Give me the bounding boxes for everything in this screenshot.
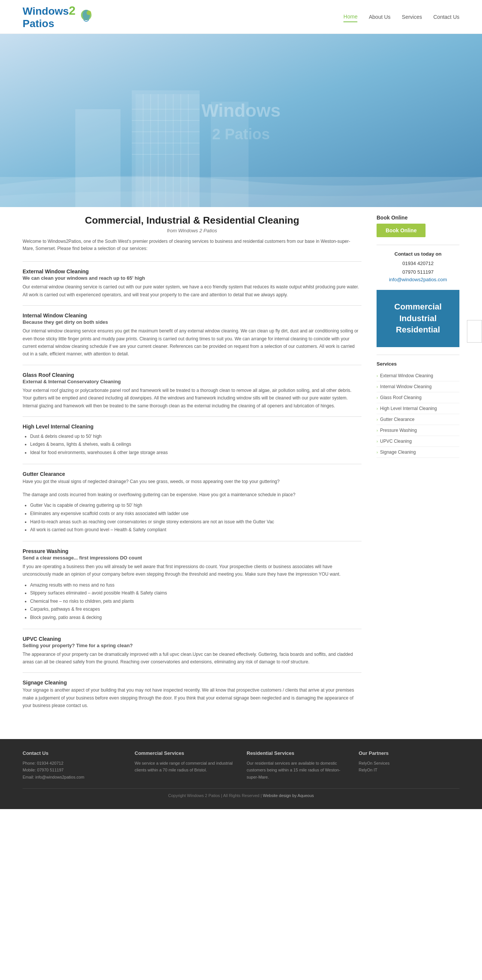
- logo-text: Windows2 Patios: [22, 4, 75, 30]
- sidebar-service-label: Signage Cleaning: [380, 450, 416, 455]
- list-item: Dust & debris cleared up to 50' high: [30, 433, 361, 441]
- footer-col-contact: Contact Us Phone: 01934 420712 Mobile: 0…: [22, 750, 124, 781]
- svg-rect-7: [135, 94, 200, 207]
- page-subtitle: from Windows 2 Patios: [22, 228, 361, 234]
- footer-col-commercial: Commercial Services We service a wide ra…: [135, 750, 236, 781]
- service-text-signage: Your signage is another aspect of your b…: [22, 686, 361, 709]
- cir-box: Commercial Industrial Residential: [377, 290, 460, 347]
- footer-copyright: Copyright Windows 2 Patios | All Rights …: [168, 793, 261, 798]
- services-sidebar-title: Services: [377, 361, 460, 367]
- nav-about[interactable]: About Us: [369, 12, 390, 22]
- contact-email[interactable]: info@windows2patios.com: [377, 277, 460, 282]
- service-text-external: Our external window cleaning service is …: [22, 283, 361, 299]
- service-list-gutter: Gutter Vac is capable of clearing gutter…: [30, 501, 361, 534]
- footer-col-title-residential: Residential Services: [247, 750, 348, 756]
- service-title-pressure: Pressure Washing: [22, 548, 361, 554]
- sidebar-service-internal[interactable]: › Internal Window Cleaning: [377, 381, 460, 392]
- cir-line2: Industrial: [384, 313, 452, 325]
- service-high-level: High Level Internal Cleaning Dust & debr…: [22, 417, 361, 464]
- sidebar-service-high[interactable]: › High Level Internal Cleaning: [377, 403, 460, 414]
- service-title-external: External Window Cleaning: [22, 269, 361, 274]
- chevron-icon: ›: [377, 417, 378, 422]
- service-title-signage: Signage Cleaning: [22, 679, 361, 686]
- service-text-gutter1: Have you got the visual signs of neglect…: [22, 478, 361, 485]
- sidebar: Book Online Book Online Contact us today…: [377, 215, 460, 716]
- hero-banner: Windows 2 Patios: [0, 34, 482, 207]
- main-container: Commercial, Industrial & Residential Cle…: [0, 200, 482, 732]
- list-item: Ideal for food environments, warehouses …: [30, 449, 361, 457]
- footer-col-residential: Residential Services Our residential ser…: [247, 750, 348, 781]
- service-subtitle-external: We can clean your windows and reach up t…: [22, 275, 361, 281]
- footer-col-title-commercial: Commercial Services: [135, 750, 236, 756]
- page-title: Commercial, Industrial & Residential Cle…: [22, 215, 361, 226]
- service-signage: Signage Cleaning Your signage is another…: [22, 672, 361, 716]
- footer-phone-num: 01934 420712: [37, 761, 63, 765]
- footer-mobile-num: 07970 511197: [37, 768, 64, 772]
- service-text-glass: Your external roof glazing or polycarbon…: [22, 387, 361, 410]
- service-text-pressure: If you are operating a business then you…: [22, 563, 361, 578]
- logo-icon: [77, 8, 95, 26]
- footer-designer-link[interactable]: Website design by Aqueous: [263, 793, 314, 798]
- svg-text:Windows: Windows: [202, 100, 280, 121]
- logo: Windows2 Patios: [22, 4, 95, 30]
- nav-home[interactable]: Home: [344, 12, 357, 22]
- sidebar-service-label: External Window Cleaning: [380, 373, 433, 379]
- list-item: All work is carried out from ground leve…: [30, 526, 361, 534]
- footer-email-link[interactable]: info@windows2patios.com: [35, 775, 84, 780]
- service-title-upvc: UPVC Cleaning: [22, 636, 361, 642]
- sidebar-service-signage[interactable]: › Signage Cleaning: [377, 447, 460, 458]
- service-list-pressure: Amazing results with no mess and no fuss…: [30, 581, 361, 622]
- logo-pat: Patios: [22, 18, 54, 29]
- sidebar-service-pressure[interactable]: › Pressure Washing: [377, 425, 460, 436]
- footer-grid: Contact Us Phone: 01934 420712 Mobile: 0…: [22, 750, 460, 781]
- scroll-indicator[interactable]: [467, 320, 482, 343]
- header: Windows2 Patios Home About Us Services C…: [0, 0, 482, 34]
- sidebar-service-label: Pressure Washing: [380, 428, 417, 433]
- footer-col-title-contact: Contact Us: [22, 750, 124, 756]
- sidebar-service-label: Glass Roof Cleaning: [380, 395, 422, 400]
- contact-phone2: 07970 511197: [377, 268, 460, 276]
- logo-two: 2: [69, 4, 76, 18]
- sidebar-service-glass[interactable]: › Glass Roof Cleaning: [377, 392, 460, 403]
- svg-text:2 Patios: 2 Patios: [212, 126, 270, 142]
- sidebar-divider-2: [377, 355, 460, 355]
- service-title-glass: Glass Roof Cleaning: [22, 372, 361, 378]
- chevron-icon: ›: [377, 396, 378, 400]
- sidebar-service-external[interactable]: › External Window Cleaning: [377, 371, 460, 381]
- footer-partner2: RelyOn IT: [359, 767, 460, 774]
- sidebar-service-gutter[interactable]: › Gutter Clearance: [377, 414, 460, 425]
- content-area: Commercial, Industrial & Residential Cle…: [22, 215, 361, 716]
- hero-image: Windows 2 Patios: [0, 34, 482, 207]
- service-list-high: Dust & debris cleared up to 50' high Led…: [30, 433, 361, 457]
- footer-partner1: RelyOn Services: [359, 760, 460, 767]
- service-title-internal: Internal Window Cleaning: [22, 312, 361, 318]
- service-title-high: High Level Internal Cleaning: [22, 423, 361, 430]
- sidebar-divider-1: [377, 245, 460, 245]
- list-item: Ledges & beams, lights & shelves, walls …: [30, 441, 361, 449]
- service-external-window: External Window Cleaning We can clean yo…: [22, 261, 361, 305]
- sidebar-service-upvc[interactable]: › UPVC Cleaning: [377, 436, 460, 447]
- service-subtitle-pressure: Send a clear message... first impression…: [22, 555, 361, 561]
- book-online-button[interactable]: Book Online: [377, 224, 426, 237]
- svg-rect-4: [75, 109, 121, 207]
- sidebar-service-label: High Level Internal Cleaning: [380, 406, 437, 411]
- service-text-gutter2: The damage and costs incurred from leaki…: [22, 491, 361, 498]
- list-item: Slippery surfaces eliminated – avoid pos…: [30, 589, 361, 598]
- nav-contact[interactable]: Contact Us: [433, 12, 460, 22]
- service-subtitle-glass: External & Internal Conservatory Cleanin…: [22, 379, 361, 384]
- nav-services[interactable]: Services: [402, 12, 422, 22]
- service-subtitle-internal: Because they get dirty on both sides: [22, 319, 361, 325]
- list-item: Block paving, patio areas & decking: [30, 614, 361, 622]
- footer-bottom: Copyright Windows 2 Patios | All Rights …: [22, 788, 460, 798]
- book-online-title: Book Online: [377, 215, 460, 221]
- chevron-icon: ›: [377, 428, 378, 433]
- cir-line3: Residential: [384, 324, 452, 336]
- contact-title: Contact us today on: [377, 251, 460, 257]
- chevron-icon: ›: [377, 450, 378, 454]
- footer-email: Email: info@windows2patios.com: [22, 774, 124, 781]
- service-text-upvc: The appearance of your property can be d…: [22, 651, 361, 666]
- footer-phone: Phone: 01934 420712: [22, 760, 124, 767]
- list-item: Amazing results with no mess and no fuss: [30, 581, 361, 590]
- service-internal-window: Internal Window Cleaning Because they ge…: [22, 305, 361, 365]
- service-subtitle-upvc: Selling your property? Time for a spring…: [22, 643, 361, 648]
